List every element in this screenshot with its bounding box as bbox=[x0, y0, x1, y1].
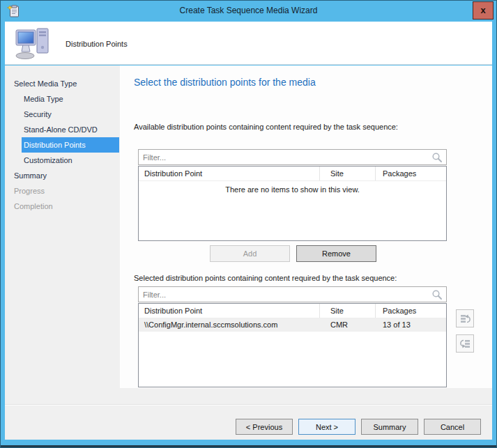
column-header-site[interactable]: Site bbox=[320, 167, 376, 180]
empty-list-message: There are no items to show in this view. bbox=[139, 185, 446, 194]
previous-button[interactable]: < Previous bbox=[236, 419, 293, 435]
move-up-button[interactable] bbox=[456, 309, 474, 327]
sidebar-item-customization[interactable]: Customization bbox=[5, 153, 119, 168]
sidebar-item-progress: Progress bbox=[5, 183, 119, 199]
sidebar-item-summary[interactable]: Summary bbox=[5, 168, 119, 183]
move-down-button[interactable] bbox=[456, 334, 474, 353]
sidebar-item-completion: Completion bbox=[5, 199, 119, 214]
selected-filter-input[interactable] bbox=[139, 287, 428, 302]
selected-filter-box bbox=[138, 286, 447, 302]
column-header-site[interactable]: Site bbox=[320, 304, 376, 318]
window-title: Create Task Sequence Media Wizard bbox=[1, 1, 496, 22]
move-down-icon bbox=[459, 338, 471, 350]
table-header: Distribution Point Site Packages bbox=[139, 167, 446, 181]
footer-buttons: < Previous Next > Summary Cancel bbox=[236, 419, 481, 435]
move-up-icon bbox=[459, 313, 471, 325]
page-heading: Select the distribution points for the m… bbox=[134, 77, 316, 88]
table-row[interactable]: \\ConfigMgr.internal.sccmsolutions.com C… bbox=[139, 318, 446, 332]
sidebar-item-security[interactable]: Security bbox=[5, 107, 119, 122]
column-header-distribution-point[interactable]: Distribution Point bbox=[139, 304, 320, 318]
column-header-distribution-point[interactable]: Distribution Point bbox=[139, 167, 320, 180]
available-list-label: Available distribution points containing… bbox=[134, 123, 398, 131]
search-icon bbox=[431, 152, 443, 163]
page-content: Select the distribution points for the m… bbox=[120, 65, 492, 388]
cell-distribution-point: \\ConfigMgr.internal.sccmsolutions.com bbox=[139, 318, 320, 332]
wizard-footer: < Previous Next > Summary Cancel bbox=[5, 405, 492, 440]
selected-list-label: Selected distribution points containing … bbox=[134, 274, 397, 282]
available-filter-box bbox=[138, 149, 447, 165]
available-filter-input[interactable] bbox=[139, 150, 428, 164]
summary-button[interactable]: Summary bbox=[361, 419, 418, 435]
selected-distribution-points-table: Distribution Point Site Packages \\Confi… bbox=[138, 303, 447, 387]
sidebar-item-stand-alone-cd-dvd[interactable]: Stand-Alone CD/DVD bbox=[5, 122, 119, 137]
computer-icon bbox=[15, 26, 52, 60]
remove-button[interactable]: Remove bbox=[296, 245, 376, 262]
cell-packages: 13 of 13 bbox=[376, 318, 446, 332]
wizard-steps-sidebar: Select Media Type Media Type Security St… bbox=[5, 65, 119, 405]
wizard-header: Distribution Points bbox=[5, 22, 492, 65]
sidebar-item-distribution-points[interactable]: Distribution Points bbox=[22, 137, 119, 153]
wizard-window: Create Task Sequence Media Wizard x Dist… bbox=[0, 0, 497, 448]
table-header: Distribution Point Site Packages bbox=[139, 304, 446, 318]
page-title: Distribution Points bbox=[66, 40, 128, 48]
column-header-packages[interactable]: Packages bbox=[376, 167, 446, 180]
add-button: Add bbox=[210, 245, 290, 262]
wizard-body: Select Media Type Media Type Security St… bbox=[5, 65, 492, 440]
title-bar: Create Task Sequence Media Wizard x bbox=[1, 1, 496, 22]
column-header-packages[interactable]: Packages bbox=[376, 304, 446, 318]
cancel-button[interactable]: Cancel bbox=[424, 419, 481, 435]
window-bottom-edge bbox=[1, 445, 496, 447]
search-icon bbox=[431, 289, 443, 300]
sidebar-item-media-type[interactable]: Media Type bbox=[5, 91, 119, 107]
close-button[interactable]: x bbox=[473, 1, 494, 20]
available-distribution-points-table: Distribution Point Site Packages There a… bbox=[138, 166, 447, 241]
sidebar-item-select-media-type[interactable]: Select Media Type bbox=[5, 76, 119, 91]
cell-site: CMR bbox=[320, 318, 376, 332]
next-button[interactable]: Next > bbox=[298, 419, 355, 435]
